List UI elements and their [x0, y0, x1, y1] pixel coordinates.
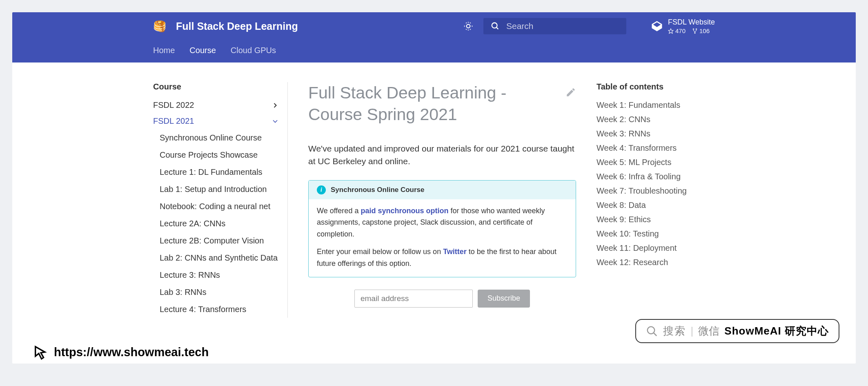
chevron-right-icon — [271, 101, 279, 109]
toc-item[interactable]: Week 6: Infra & Tooling — [596, 170, 715, 184]
svg-line-1 — [496, 27, 499, 29]
sidebar-subitem[interactable]: Lecture 1: DL Fundamentals — [160, 163, 279, 181]
repo-link[interactable]: FSDL Website 470 106 — [651, 18, 715, 34]
toc-item[interactable]: Week 4: Transformers — [596, 141, 715, 155]
sidebar: Course FSDL 2022FSDL 2021Synchronous Onl… — [153, 82, 288, 318]
toc-item[interactable]: Week 9: Ethics — [596, 212, 715, 227]
article-title: Full Stack Deep Learning - Course Spring… — [308, 82, 557, 126]
sidebar-subitem[interactable]: Lecture 3: RNNs — [160, 266, 279, 283]
watermark-badge: 搜索 | 微信 ShowMeAI 研究中心 — [635, 319, 839, 343]
search-icon — [646, 325, 658, 337]
theme-toggle-icon[interactable] — [463, 21, 474, 31]
svg-point-5 — [694, 32, 695, 33]
sidebar-subitem[interactable]: Lecture 4: Transformers — [160, 301, 279, 318]
sidebar-subitem[interactable]: Notebook: Coding a neural net — [160, 198, 279, 215]
article-intro: We've updated and improved our materials… — [308, 142, 576, 168]
stars-count: 470 — [668, 27, 685, 34]
repo-icon — [651, 20, 663, 32]
toc-item[interactable]: Week 7: Troubleshooting — [596, 184, 715, 198]
header: 🥞 Full Stack Deep Learning FSDL Website — [12, 12, 856, 62]
toc-item[interactable]: Week 12: Research — [596, 255, 715, 270]
bottom-url: https://www.showmeai.tech — [54, 346, 209, 359]
twitter-link[interactable]: Twitter — [443, 248, 467, 256]
cursor-overlay: https://www.showmeai.tech — [33, 344, 209, 360]
sidebar-heading: Course — [153, 82, 279, 91]
admonition-paragraph: Enter your email below or follow us on T… — [317, 246, 568, 270]
svg-marker-2 — [668, 29, 673, 33]
nav-course[interactable]: Course — [189, 46, 216, 55]
table-of-contents: Table of contents Week 1: FundamentalsWe… — [596, 82, 715, 318]
edit-icon[interactable] — [565, 87, 576, 98]
toc-item[interactable]: Week 8: Data — [596, 198, 715, 212]
email-input[interactable] — [354, 290, 473, 308]
sidebar-subitem[interactable]: Lab 1: Setup and Introduction — [160, 181, 279, 198]
search-box[interactable] — [483, 18, 626, 34]
nav-cloud-gpus[interactable]: Cloud GPUs — [231, 46, 276, 55]
toc-item[interactable]: Week 3: RNNs — [596, 127, 715, 141]
svg-line-7 — [653, 332, 657, 336]
toc-item[interactable]: Week 11: Deployment — [596, 241, 715, 255]
repo-name: FSDL Website — [668, 18, 715, 27]
sidebar-subitem[interactable]: Lab 2: CNNs and Synthetic Data — [160, 249, 279, 266]
toc-item[interactable]: Week 2: CNNs — [596, 112, 715, 127]
toc-item[interactable]: Week 10: Testing — [596, 227, 715, 241]
nav-home[interactable]: Home — [153, 46, 175, 55]
svg-point-0 — [492, 23, 497, 28]
info-icon: i — [317, 185, 326, 194]
sidebar-item[interactable]: FSDL 2021 — [153, 113, 279, 129]
search-input[interactable] — [506, 21, 619, 31]
toc-item[interactable]: Week 1: Fundamentals — [596, 98, 715, 112]
chevron-down-icon — [271, 117, 279, 125]
cursor-icon — [33, 344, 49, 360]
subscribe-button[interactable]: Subscribe — [478, 290, 530, 308]
toc-item[interactable]: Week 5: ML Projects — [596, 155, 715, 170]
svg-point-4 — [696, 29, 697, 29]
site-title[interactable]: Full Stack Deep Learning — [176, 20, 298, 32]
svg-point-6 — [647, 326, 654, 334]
header-nav: HomeCourseCloud GPUs — [91, 40, 777, 62]
admonition-title-text: Synchronous Online Course — [331, 186, 425, 194]
sidebar-subitem[interactable]: Synchronous Online Course — [160, 129, 279, 146]
info-admonition: i Synchronous Online Course We offered a… — [308, 180, 576, 277]
sidebar-subitem[interactable]: Course Projects Showcase — [160, 146, 279, 163]
search-icon — [491, 22, 500, 31]
main-content: Full Stack Deep Learning - Course Spring… — [308, 82, 576, 318]
sidebar-subitem[interactable]: Lecture 2B: Computer Vision — [160, 232, 279, 249]
admonition-paragraph: We offered a paid synchronous option for… — [317, 205, 568, 240]
toc-heading: Table of contents — [596, 82, 715, 91]
sidebar-subitem[interactable]: Lab 3: RNNs — [160, 283, 279, 301]
paid-option-link[interactable]: paid synchronous option — [361, 207, 448, 215]
logo-icon: 🥞 — [153, 20, 166, 33]
svg-point-3 — [693, 29, 694, 29]
forks-count: 106 — [692, 27, 710, 34]
sidebar-item[interactable]: FSDL 2022 — [153, 97, 279, 113]
sidebar-subitem[interactable]: Lecture 2A: CNNs — [160, 215, 279, 232]
